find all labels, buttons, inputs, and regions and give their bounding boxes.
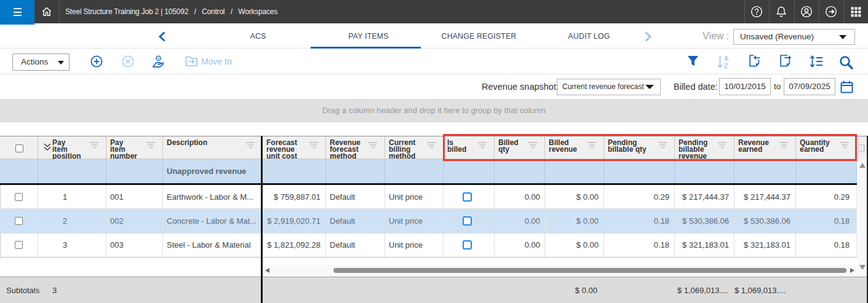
svg-text:Z: Z <box>724 63 728 69</box>
svg-text:A: A <box>724 55 728 62</box>
